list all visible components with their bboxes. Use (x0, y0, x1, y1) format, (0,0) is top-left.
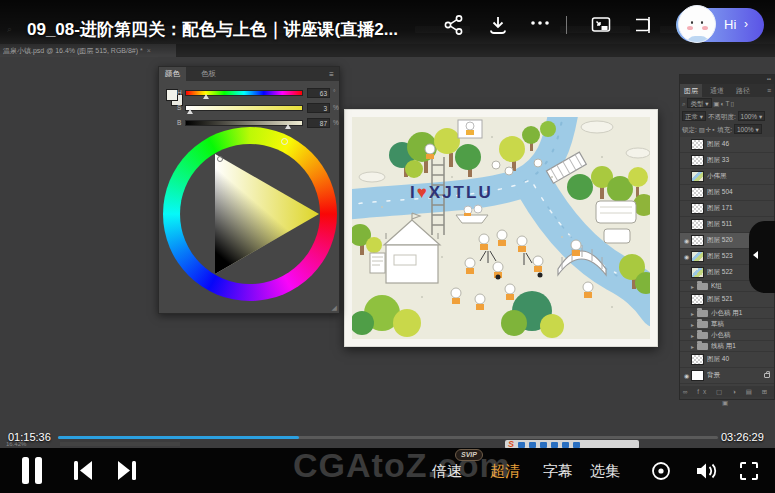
filter-type-icons[interactable]: ▣◐T▯ (713, 100, 735, 107)
divider (566, 16, 567, 34)
recorder-icon (529, 442, 536, 448)
illustration: I♥XJTLU (352, 117, 650, 339)
subtitles-button[interactable]: 字幕 (543, 462, 573, 481)
layer-row[interactable]: 小伟黑 (680, 169, 774, 185)
color-wheel[interactable] (163, 127, 337, 301)
layer-name[interactable]: 小色稿 用1 (711, 309, 772, 318)
tab-swatches[interactable]: 色板 (195, 67, 222, 81)
layer-name[interactable]: 小色稿 (711, 331, 772, 340)
layer-thumbnail[interactable] (691, 294, 704, 305)
player-control-bar: CGAtoZ.com 倍速 SVIP 超清 字幕 选集 (0, 448, 775, 493)
panel-menu-icon[interactable]: ≡ (767, 84, 771, 97)
layer-thumbnail[interactable] (691, 203, 704, 214)
tab-paths[interactable]: 路径 (732, 84, 754, 97)
download-icon[interactable] (487, 14, 509, 36)
layers-footer-icons[interactable]: ∞ fx ▢ ◑ ▤ ⊞ ▣ (680, 386, 774, 397)
folder-icon (697, 332, 708, 339)
folder-icon (697, 321, 708, 328)
layer-row[interactable]: ▸草稿 (680, 319, 774, 330)
layer-row[interactable]: ▸线稿 用1 (680, 341, 774, 352)
panel-resize-grip[interactable]: ◢ (332, 304, 337, 312)
ps-canvas[interactable]: I♥XJTLU (344, 109, 658, 347)
progress-fill (58, 436, 299, 439)
episodes-button[interactable]: 选集 (590, 462, 620, 481)
pause-button[interactable] (21, 457, 43, 487)
layer-filter-select[interactable]: 类型 ▾ (687, 98, 711, 108)
layer-name[interactable]: 图层 40 (707, 355, 772, 364)
triangle-marker[interactable] (217, 156, 223, 162)
next-episode-button[interactable] (116, 460, 138, 484)
hue-value[interactable]: 63 (307, 88, 330, 98)
opacity-select[interactable]: 100% ▾ (738, 111, 766, 121)
fill-select[interactable]: 100% ▾ (734, 124, 762, 134)
account-button[interactable]: Hi › (676, 8, 764, 42)
folder-icon (697, 283, 708, 290)
svip-badge: SVIP (455, 449, 483, 461)
volume-icon[interactable] (694, 460, 718, 485)
layer-thumbnail[interactable] (691, 171, 704, 182)
recorder-icon (573, 442, 580, 448)
recorder-icon (551, 442, 558, 448)
panel-dock-bar: ▪▪ (680, 75, 774, 84)
video-title: 09_08-进阶第四关：配色与上色｜讲座课(直播2... (27, 18, 398, 41)
layer-name[interactable]: 图层 504 (707, 188, 772, 197)
layer-row[interactable]: 图层 504 (680, 185, 774, 201)
layer-thumbnail[interactable] (691, 370, 704, 381)
visibility-eye-icon[interactable]: ◉ (682, 237, 691, 244)
visibility-eye-icon[interactable]: ◉ (682, 372, 691, 379)
share-icon[interactable] (443, 14, 465, 36)
layer-thumbnail[interactable] (691, 251, 704, 262)
quality-button[interactable]: 超清 (490, 462, 520, 481)
layer-thumbnail[interactable] (691, 235, 704, 246)
layer-thumbnail[interactable] (691, 354, 704, 365)
fullscreen-icon[interactable] (738, 460, 760, 485)
layer-name[interactable]: 草稿 (711, 320, 772, 329)
layer-name[interactable]: 小伟黑 (707, 172, 772, 181)
cast-icon[interactable] (632, 14, 654, 36)
blend-mode-select[interactable]: 正常 ▾ (682, 111, 706, 121)
layer-thumbnail[interactable] (691, 187, 704, 198)
hue-ring-marker[interactable] (281, 138, 288, 145)
layer-name[interactable]: 背景 (707, 371, 764, 380)
saturation-value[interactable]: 3 (307, 103, 330, 113)
panel-menu-icon[interactable]: ≡ (329, 70, 335, 79)
fg-bg-swatches[interactable] (166, 89, 186, 109)
more-icon[interactable] (529, 12, 551, 34)
layer-row[interactable]: 图层 33 (680, 153, 774, 169)
layer-thumbnail[interactable] (691, 267, 704, 278)
layers-filter-row: ⌕ 类型 ▾ ▣◐T▯ (680, 98, 774, 110)
current-time: 01:15:36 (8, 431, 51, 443)
layer-name[interactable]: 线稿 用1 (711, 342, 772, 351)
tab-layers[interactable]: 图层 (680, 84, 702, 97)
photoshop-screen: ⌕ 温泉小镇.psd @ 16.4% (图层 515, RGB/8#) * × (0, 0, 775, 448)
layer-thumbnail[interactable] (691, 155, 704, 166)
visibility-eye-icon[interactable]: ◉ (682, 253, 691, 260)
layer-name[interactable]: 图层 33 (707, 156, 772, 165)
folder-icon (697, 343, 708, 350)
layer-row[interactable]: ▸小色稿 (680, 330, 774, 341)
pip-icon[interactable] (590, 14, 612, 36)
layer-thumbnail[interactable] (691, 219, 704, 230)
lock-row: 锁定: ▨✛▪ 填充: 100% ▾ (680, 124, 774, 136)
layer-name[interactable]: 图层 521 (707, 295, 772, 304)
layer-row[interactable]: 图层 46 (680, 137, 774, 153)
layer-row[interactable]: ▸小色稿 用1 (680, 308, 774, 319)
layer-thumbnail[interactable] (691, 139, 704, 150)
layer-row[interactable]: 图层 40 (680, 352, 774, 368)
avatar (678, 5, 716, 43)
layer-row[interactable]: 图层 521 (680, 292, 774, 308)
blend-mode-row: 正常 ▾ 不透明度: 100% ▾ (680, 111, 774, 123)
tab-channels[interactable]: 通道 (706, 84, 728, 97)
layer-name[interactable]: 图层 46 (707, 140, 772, 149)
record-settings-icon[interactable] (650, 460, 672, 485)
tab-color[interactable]: 颜色 (159, 67, 186, 81)
layer-row[interactable]: 图层 171 (680, 201, 774, 217)
layer-name[interactable]: 图层 171 (707, 204, 772, 213)
lock-icons[interactable]: ▨✛▪ (699, 126, 716, 133)
playback-speed-button[interactable]: 倍速 (432, 462, 462, 481)
previous-episode-button[interactable] (72, 460, 94, 484)
layers-panel-tabs: 图层 通道 路径 ≡ (680, 84, 774, 97)
lock-icon (764, 373, 770, 378)
layer-row[interactable]: ◉背景 (680, 368, 774, 384)
progress-bar[interactable] (58, 436, 718, 439)
